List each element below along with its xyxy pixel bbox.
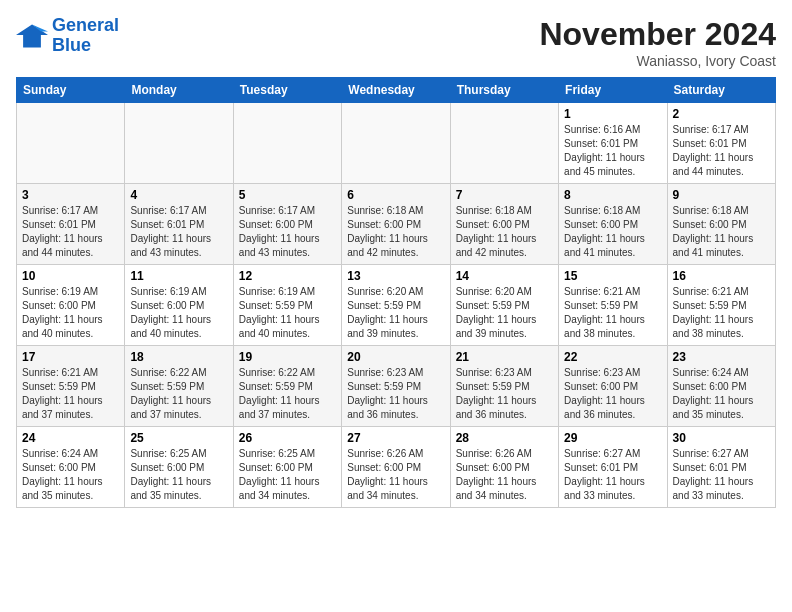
day-number: 10 [22, 269, 119, 283]
calendar-day: 27Sunrise: 6:26 AM Sunset: 6:00 PM Dayli… [342, 427, 450, 508]
day-info: Sunrise: 6:17 AM Sunset: 6:00 PM Dayligh… [239, 204, 336, 260]
day-number: 27 [347, 431, 444, 445]
day-info: Sunrise: 6:17 AM Sunset: 6:01 PM Dayligh… [22, 204, 119, 260]
calendar-day: 9Sunrise: 6:18 AM Sunset: 6:00 PM Daylig… [667, 184, 775, 265]
day-number: 20 [347, 350, 444, 364]
calendar-empty [17, 103, 125, 184]
weekday-header: Sunday [17, 78, 125, 103]
day-number: 2 [673, 107, 770, 121]
calendar-day: 8Sunrise: 6:18 AM Sunset: 6:00 PM Daylig… [559, 184, 667, 265]
calendar-day: 18Sunrise: 6:22 AM Sunset: 5:59 PM Dayli… [125, 346, 233, 427]
logo-text: General Blue [52, 16, 119, 56]
calendar-day: 3Sunrise: 6:17 AM Sunset: 6:01 PM Daylig… [17, 184, 125, 265]
calendar-day: 20Sunrise: 6:23 AM Sunset: 5:59 PM Dayli… [342, 346, 450, 427]
day-info: Sunrise: 6:23 AM Sunset: 5:59 PM Dayligh… [347, 366, 444, 422]
calendar-day: 23Sunrise: 6:24 AM Sunset: 6:00 PM Dayli… [667, 346, 775, 427]
calendar: SundayMondayTuesdayWednesdayThursdayFrid… [16, 77, 776, 508]
calendar-day: 12Sunrise: 6:19 AM Sunset: 5:59 PM Dayli… [233, 265, 341, 346]
calendar-day: 17Sunrise: 6:21 AM Sunset: 5:59 PM Dayli… [17, 346, 125, 427]
day-number: 29 [564, 431, 661, 445]
calendar-day: 6Sunrise: 6:18 AM Sunset: 6:00 PM Daylig… [342, 184, 450, 265]
calendar-day: 26Sunrise: 6:25 AM Sunset: 6:00 PM Dayli… [233, 427, 341, 508]
day-info: Sunrise: 6:21 AM Sunset: 5:59 PM Dayligh… [673, 285, 770, 341]
calendar-day: 11Sunrise: 6:19 AM Sunset: 6:00 PM Dayli… [125, 265, 233, 346]
day-number: 18 [130, 350, 227, 364]
day-number: 12 [239, 269, 336, 283]
day-info: Sunrise: 6:27 AM Sunset: 6:01 PM Dayligh… [564, 447, 661, 503]
day-number: 14 [456, 269, 553, 283]
location: Waniasso, Ivory Coast [539, 53, 776, 69]
day-info: Sunrise: 6:17 AM Sunset: 6:01 PM Dayligh… [673, 123, 770, 179]
day-info: Sunrise: 6:26 AM Sunset: 6:00 PM Dayligh… [456, 447, 553, 503]
day-info: Sunrise: 6:19 AM Sunset: 6:00 PM Dayligh… [22, 285, 119, 341]
calendar-day: 25Sunrise: 6:25 AM Sunset: 6:00 PM Dayli… [125, 427, 233, 508]
weekday-header: Thursday [450, 78, 558, 103]
day-number: 26 [239, 431, 336, 445]
logo-line1: General [52, 15, 119, 35]
calendar-day: 4Sunrise: 6:17 AM Sunset: 6:01 PM Daylig… [125, 184, 233, 265]
month-title: November 2024 [539, 16, 776, 53]
logo: General Blue [16, 16, 119, 56]
day-info: Sunrise: 6:25 AM Sunset: 6:00 PM Dayligh… [130, 447, 227, 503]
day-number: 23 [673, 350, 770, 364]
weekday-header: Friday [559, 78, 667, 103]
day-info: Sunrise: 6:25 AM Sunset: 6:00 PM Dayligh… [239, 447, 336, 503]
day-info: Sunrise: 6:24 AM Sunset: 6:00 PM Dayligh… [22, 447, 119, 503]
calendar-day: 30Sunrise: 6:27 AM Sunset: 6:01 PM Dayli… [667, 427, 775, 508]
calendar-empty [125, 103, 233, 184]
calendar-day: 16Sunrise: 6:21 AM Sunset: 5:59 PM Dayli… [667, 265, 775, 346]
day-number: 7 [456, 188, 553, 202]
weekday-header: Wednesday [342, 78, 450, 103]
calendar-day: 10Sunrise: 6:19 AM Sunset: 6:00 PM Dayli… [17, 265, 125, 346]
day-info: Sunrise: 6:21 AM Sunset: 5:59 PM Dayligh… [564, 285, 661, 341]
calendar-day: 1Sunrise: 6:16 AM Sunset: 6:01 PM Daylig… [559, 103, 667, 184]
calendar-day: 15Sunrise: 6:21 AM Sunset: 5:59 PM Dayli… [559, 265, 667, 346]
day-number: 5 [239, 188, 336, 202]
day-info: Sunrise: 6:27 AM Sunset: 6:01 PM Dayligh… [673, 447, 770, 503]
calendar-empty [450, 103, 558, 184]
page-header: General Blue November 2024 Waniasso, Ivo… [16, 16, 776, 69]
day-number: 25 [130, 431, 227, 445]
calendar-day: 29Sunrise: 6:27 AM Sunset: 6:01 PM Dayli… [559, 427, 667, 508]
calendar-day: 2Sunrise: 6:17 AM Sunset: 6:01 PM Daylig… [667, 103, 775, 184]
day-info: Sunrise: 6:18 AM Sunset: 6:00 PM Dayligh… [347, 204, 444, 260]
day-info: Sunrise: 6:20 AM Sunset: 5:59 PM Dayligh… [456, 285, 553, 341]
day-info: Sunrise: 6:18 AM Sunset: 6:00 PM Dayligh… [673, 204, 770, 260]
day-info: Sunrise: 6:22 AM Sunset: 5:59 PM Dayligh… [130, 366, 227, 422]
day-number: 6 [347, 188, 444, 202]
day-info: Sunrise: 6:17 AM Sunset: 6:01 PM Dayligh… [130, 204, 227, 260]
logo-line2: Blue [52, 35, 91, 55]
day-number: 9 [673, 188, 770, 202]
day-number: 30 [673, 431, 770, 445]
calendar-day: 22Sunrise: 6:23 AM Sunset: 6:00 PM Dayli… [559, 346, 667, 427]
calendar-empty [342, 103, 450, 184]
calendar-day: 7Sunrise: 6:18 AM Sunset: 6:00 PM Daylig… [450, 184, 558, 265]
weekday-header: Monday [125, 78, 233, 103]
day-number: 15 [564, 269, 661, 283]
day-info: Sunrise: 6:18 AM Sunset: 6:00 PM Dayligh… [456, 204, 553, 260]
day-info: Sunrise: 6:19 AM Sunset: 6:00 PM Dayligh… [130, 285, 227, 341]
day-number: 8 [564, 188, 661, 202]
day-number: 28 [456, 431, 553, 445]
day-info: Sunrise: 6:21 AM Sunset: 5:59 PM Dayligh… [22, 366, 119, 422]
day-info: Sunrise: 6:24 AM Sunset: 6:00 PM Dayligh… [673, 366, 770, 422]
day-number: 13 [347, 269, 444, 283]
day-number: 1 [564, 107, 661, 121]
day-info: Sunrise: 6:26 AM Sunset: 6:00 PM Dayligh… [347, 447, 444, 503]
day-number: 11 [130, 269, 227, 283]
calendar-day: 13Sunrise: 6:20 AM Sunset: 5:59 PM Dayli… [342, 265, 450, 346]
day-info: Sunrise: 6:18 AM Sunset: 6:00 PM Dayligh… [564, 204, 661, 260]
calendar-day: 19Sunrise: 6:22 AM Sunset: 5:59 PM Dayli… [233, 346, 341, 427]
calendar-day: 21Sunrise: 6:23 AM Sunset: 5:59 PM Dayli… [450, 346, 558, 427]
day-info: Sunrise: 6:16 AM Sunset: 6:01 PM Dayligh… [564, 123, 661, 179]
day-info: Sunrise: 6:22 AM Sunset: 5:59 PM Dayligh… [239, 366, 336, 422]
weekday-header: Saturday [667, 78, 775, 103]
calendar-day: 24Sunrise: 6:24 AM Sunset: 6:00 PM Dayli… [17, 427, 125, 508]
calendar-empty [233, 103, 341, 184]
day-number: 17 [22, 350, 119, 364]
calendar-day: 28Sunrise: 6:26 AM Sunset: 6:00 PM Dayli… [450, 427, 558, 508]
svg-marker-0 [16, 24, 48, 47]
day-number: 3 [22, 188, 119, 202]
calendar-day: 14Sunrise: 6:20 AM Sunset: 5:59 PM Dayli… [450, 265, 558, 346]
day-info: Sunrise: 6:20 AM Sunset: 5:59 PM Dayligh… [347, 285, 444, 341]
